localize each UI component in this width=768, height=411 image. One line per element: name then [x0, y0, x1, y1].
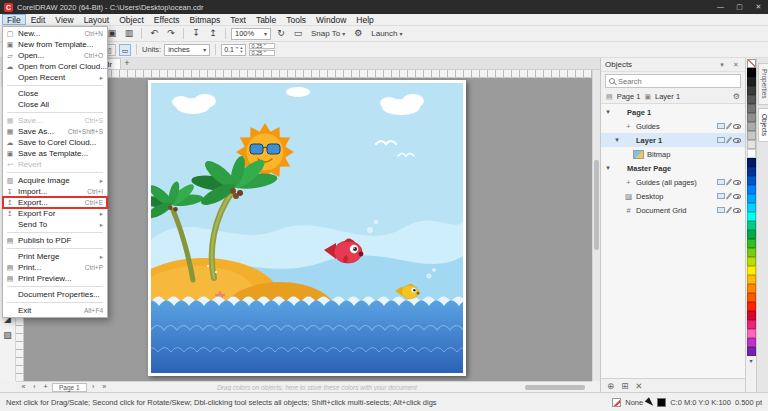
landscape-button[interactable]: ▭ — [119, 44, 131, 56]
menu-table[interactable]: Table — [251, 14, 281, 25]
color-swatch[interactable] — [747, 113, 756, 122]
file-menu-item-close[interactable]: Close — [3, 88, 107, 99]
settings-gear-icon[interactable]: ⚙ — [733, 92, 740, 101]
menu-window[interactable]: Window — [311, 14, 351, 25]
side-tab-properties[interactable]: Properties — [758, 63, 768, 105]
pencil-icon[interactable] — [726, 192, 733, 199]
first-page-icon[interactable]: « — [19, 382, 28, 392]
eye-icon[interactable] — [733, 180, 741, 185]
eye-icon[interactable] — [733, 194, 741, 199]
color-swatch[interactable] — [747, 293, 756, 302]
tree-row-master-page[interactable]: ▾Master Page — [601, 161, 745, 175]
page-tab[interactable]: Page 1 — [52, 383, 87, 392]
file-menu-item-revert[interactable]: ↩Revert — [3, 159, 107, 170]
file-menu-item-print-merge[interactable]: Print Merge▸ — [3, 251, 107, 262]
pencil-icon[interactable] — [726, 206, 733, 213]
file-menu-item-send-to[interactable]: Send To▸ — [3, 219, 107, 230]
printer-icon[interactable] — [717, 207, 725, 213]
menu-edit[interactable]: Edit — [26, 14, 51, 25]
options-gear-icon[interactable]: ⚙ — [351, 27, 365, 40]
objects-search-input[interactable] — [618, 77, 737, 86]
menu-help[interactable]: Help — [351, 14, 378, 25]
units-select[interactable]: inches ▾ — [164, 44, 210, 56]
redo-icon[interactable]: ↷ — [164, 27, 178, 40]
delete-layer-icon[interactable]: ✕ — [635, 381, 642, 391]
file-menu-item-open-from-corel-cloud[interactable]: ☁Open from Corel Cloud... — [3, 61, 107, 72]
color-swatch[interactable] — [747, 212, 756, 221]
printer-icon[interactable] — [717, 179, 725, 185]
file-menu-item-exit[interactable]: ExitAlt+F4 — [3, 305, 107, 316]
minimize-button[interactable]: — — [711, 0, 730, 14]
color-swatch[interactable] — [747, 203, 756, 212]
color-swatch[interactable] — [747, 338, 756, 347]
color-swatch[interactable] — [747, 311, 756, 320]
color-swatch[interactable] — [747, 248, 756, 257]
eye-icon[interactable] — [733, 138, 741, 143]
new-tab-button[interactable]: + — [121, 58, 133, 69]
color-swatch[interactable] — [747, 239, 756, 248]
file-menu-item-new[interactable]: ▢New...Ctrl+N — [3, 28, 107, 39]
close-button[interactable]: ✕ — [749, 0, 768, 14]
launch-button[interactable]: Launch ▾ — [368, 29, 405, 38]
color-swatch[interactable] — [747, 257, 756, 266]
maximize-button[interactable]: ▢ — [730, 0, 749, 14]
paste-icon[interactable]: ▥ — [122, 27, 136, 40]
eye-icon[interactable] — [733, 124, 741, 129]
tree-row-guides-all-pages[interactable]: +Guides (all pages) — [601, 175, 745, 189]
menu-layout[interactable]: Layout — [79, 14, 115, 25]
color-swatch[interactable] — [747, 95, 756, 104]
menu-bitmaps[interactable]: Bitmaps — [185, 14, 226, 25]
color-swatch[interactable] — [747, 176, 756, 185]
new-layer-icon[interactable]: ⊕ — [607, 381, 614, 391]
color-swatch[interactable] — [747, 275, 756, 284]
last-page-icon[interactable]: » — [100, 382, 109, 392]
file-menu-item-new-from-template[interactable]: ▣New from Template... — [3, 39, 107, 50]
menu-text[interactable]: Text — [225, 14, 251, 25]
color-swatch[interactable] — [747, 158, 756, 167]
duplicate-y-input[interactable]: 0.25 " — [249, 50, 275, 56]
docker-close-icon[interactable]: ✕ — [731, 61, 741, 69]
color-swatch[interactable] — [747, 329, 756, 338]
file-menu-item-import[interactable]: ↧Import...Ctrl+I — [3, 186, 107, 197]
expander-icon[interactable]: ▾ — [604, 108, 612, 116]
color-swatch[interactable] — [747, 320, 756, 329]
refresh-icon[interactable]: ↻ — [274, 27, 288, 40]
color-swatch[interactable] — [747, 302, 756, 311]
printer-icon[interactable] — [717, 123, 725, 129]
horizontal-scrollbar[interactable] — [525, 385, 585, 390]
color-swatch[interactable] — [747, 221, 756, 230]
tree-row-bitmap[interactable]: Bitmap — [601, 147, 745, 161]
pencil-icon[interactable] — [726, 136, 733, 143]
tree-row-page-1[interactable]: ▾Page 1 — [601, 105, 745, 119]
next-page-icon[interactable]: › — [89, 382, 98, 392]
file-menu-item-save-to-corel-cloud[interactable]: ☁Save to Corel Cloud... — [3, 137, 107, 148]
context-layer-label[interactable]: Layer 1 — [655, 92, 680, 101]
color-swatch[interactable] — [747, 131, 756, 140]
color-swatch[interactable] — [747, 68, 756, 77]
color-swatch[interactable] — [747, 284, 756, 293]
snap-to-button[interactable]: Snap To ▾ — [308, 29, 348, 38]
side-tab-objects[interactable]: Objects — [758, 108, 768, 142]
duplicate-x-input[interactable]: 0.25 " — [249, 43, 275, 49]
file-menu-item-acquire-image[interactable]: ▥Acquire Image▸ — [3, 175, 107, 186]
color-swatch[interactable] — [747, 266, 756, 275]
file-menu-item-close-all[interactable]: Close All — [3, 99, 107, 110]
printer-icon[interactable] — [717, 137, 725, 143]
file-menu-item-open[interactable]: ▱Open...Ctrl+O — [3, 50, 107, 61]
file-menu-item-save-as-template[interactable]: ▣Save as Template... — [3, 148, 107, 159]
previous-page-icon[interactable]: ‹ — [30, 382, 39, 392]
file-menu-item-print[interactable]: ▤Print...Ctrl+P — [3, 262, 107, 273]
spinner-arrows[interactable]: ▴▾ — [240, 46, 242, 54]
context-page-label[interactable]: Page 1 — [617, 92, 641, 101]
pencil-icon[interactable] — [726, 122, 733, 129]
color-swatch[interactable] — [747, 167, 756, 176]
undo-icon[interactable]: ↶ — [147, 27, 161, 40]
menu-effects[interactable]: Effects — [149, 14, 185, 25]
no-color-swatch[interactable] — [747, 59, 756, 68]
file-menu-item-export-for[interactable]: ↥Export For▸ — [3, 208, 107, 219]
file-menu-item-save[interactable]: ▦Save...Ctrl+S — [3, 115, 107, 126]
import-icon[interactable]: ↧ — [189, 27, 203, 40]
tree-row-document-grid[interactable]: #Document Grid — [601, 203, 745, 217]
color-swatch[interactable] — [747, 149, 756, 158]
zoom-level-select[interactable]: 100% ▾ — [231, 28, 271, 40]
